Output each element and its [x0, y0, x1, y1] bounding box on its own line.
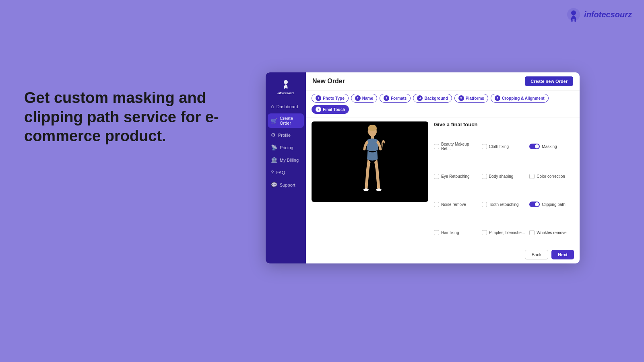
sidebar-item-billing[interactable]: 🏦 My Billing [268, 154, 304, 165]
noise-remove-label: Noise remove [441, 202, 466, 207]
cloth-fixing-label: Cloth fixing [489, 144, 509, 149]
step-5[interactable]: 5 Platforms [454, 94, 488, 103]
color-correction-checkbox[interactable] [529, 174, 535, 179]
sidebar-item-create-order-label: Create Order [280, 116, 301, 125]
step-7-num: 7 [316, 107, 321, 112]
sidebar-item-support[interactable]: 💬 Support [268, 179, 304, 190]
checkbox-beauty-makeup[interactable]: Beauty Makeup Ret... [434, 132, 479, 162]
step-4[interactable]: 4 Background [413, 94, 452, 103]
checkbox-tooth-retouching[interactable]: Tooth retouching [482, 191, 526, 218]
sidebar-item-faq-label: FAQ [276, 170, 285, 175]
beauty-makeup-label: Beauty Makeup Ret... [441, 142, 479, 151]
dashboard-icon: ⌂ [271, 103, 274, 109]
step-5-num: 5 [458, 95, 464, 101]
eye-retouching-checkbox[interactable] [434, 174, 439, 179]
step-1[interactable]: 1 Photo Type [312, 94, 349, 103]
step-2[interactable]: 2 Name [351, 94, 377, 103]
image-preview [312, 121, 428, 202]
step-1-num: 1 [316, 95, 321, 101]
masking-label: Masking [542, 144, 557, 149]
right-panel: Give a final touch Beauty Makeup Ret... … [434, 121, 574, 259]
top-logo: infotecsourz [566, 7, 632, 22]
svg-point-8 [287, 88, 288, 90]
checkbox-clipping-path[interactable]: Clipping path [529, 191, 574, 218]
app-header: New Order Create new Order [306, 72, 580, 90]
wrinkles-remove-label: Wrinkles remove [537, 230, 566, 235]
sidebar-logo-text: infotecsourz [277, 92, 294, 95]
eye-retouching-label: Eye Retouching [441, 174, 470, 179]
beauty-makeup-checkbox[interactable] [434, 144, 439, 149]
page-headline: Get custom masking and clipping path ser… [24, 88, 246, 146]
svg-point-6 [284, 80, 288, 84]
final-touch-title: Give a final touch [434, 121, 574, 128]
step-6-num: 6 [495, 95, 500, 101]
profile-icon: ⚙ [271, 132, 276, 138]
main-content: New Order Create new Order 1 Photo Type … [306, 72, 580, 263]
create-order-icon: 🛒 [271, 118, 277, 124]
hair-fixing-checkbox[interactable] [434, 230, 439, 235]
create-new-order-button[interactable]: Create new Order [525, 76, 573, 86]
noise-remove-checkbox[interactable] [434, 202, 439, 207]
body-shaping-label: Body shaping [489, 174, 514, 179]
next-button[interactable]: Next [551, 250, 574, 259]
step-7[interactable]: 7 Final Touch [312, 105, 349, 114]
step-3[interactable]: 3 Formats [380, 94, 411, 103]
step-4-num: 4 [417, 95, 423, 101]
back-button[interactable]: Back [525, 250, 548, 259]
checkbox-wrinkles-remove[interactable]: Wrinkles remove [529, 220, 574, 246]
wrinkles-remove-checkbox[interactable] [529, 230, 535, 235]
sidebar-item-profile[interactable]: ⚙ Profile [268, 130, 304, 140]
checkbox-body-shaping[interactable]: Body shaping [482, 163, 526, 190]
pimples-label: Pimples, blemishe... [489, 230, 525, 235]
checkbox-eye-retouching[interactable]: Eye Retouching [434, 163, 479, 190]
checkbox-noise-remove[interactable]: Noise remove [434, 191, 479, 218]
sidebar-item-create-order[interactable]: 🛒 Create Order [268, 113, 304, 128]
checkbox-masking[interactable]: Masking [529, 132, 574, 162]
step-7-label: Final Touch [323, 107, 345, 112]
sidebar-item-dashboard-label: Dashboard [277, 104, 298, 109]
body-shaping-checkbox[interactable] [482, 174, 487, 179]
sidebar: infotecsourz ⌂ Dashboard 🛒 Create Order … [266, 72, 306, 263]
checkbox-hair-fixing[interactable]: Hair fixing [434, 220, 479, 246]
footer-buttons: Back Next [434, 246, 574, 259]
checkbox-cloth-fixing[interactable]: Cloth fixing [482, 132, 526, 162]
hair-fixing-label: Hair fixing [441, 230, 459, 235]
sidebar-item-faq[interactable]: ? FAQ [268, 167, 304, 178]
svg-point-12 [363, 188, 369, 191]
svg-point-1 [571, 10, 576, 15]
sidebar-logo: infotecsourz [277, 78, 294, 95]
step-6-label: Cropping & Alignment [502, 96, 545, 101]
sidebar-item-profile-label: Profile [278, 133, 291, 138]
support-icon: 💬 [271, 182, 277, 188]
color-correction-label: Color correction [537, 174, 565, 179]
step-6[interactable]: 6 Cropping & Alignment [491, 94, 549, 103]
cloth-fixing-checkbox[interactable] [482, 144, 487, 149]
tooth-retouching-label: Tooth retouching [489, 202, 519, 207]
pricing-icon: 📡 [271, 144, 277, 150]
logo-text: infotecsourz [584, 10, 632, 19]
sidebar-item-pricing-label: Pricing [280, 145, 293, 150]
tooth-retouching-checkbox[interactable] [482, 202, 487, 207]
step-5-label: Platforms [466, 96, 484, 101]
sidebar-item-pricing[interactable]: 📡 Pricing [268, 142, 304, 153]
sidebar-item-support-label: Support [280, 183, 295, 187]
app-window: infotecsourz ⌂ Dashboard 🛒 Create Order … [266, 72, 580, 263]
step-2-num: 2 [355, 95, 361, 101]
billing-icon: 🏦 [271, 157, 277, 163]
checkbox-pimples[interactable]: Pimples, blemishe... [482, 220, 526, 246]
clipping-path-label: Clipping path [542, 202, 565, 207]
step-2-label: Name [362, 96, 373, 101]
page-title: New Order [312, 78, 345, 85]
checkboxes-grid: Beauty Makeup Ret... Cloth fixing Maskin… [434, 132, 574, 246]
faq-icon: ? [271, 169, 274, 175]
pimples-checkbox[interactable] [482, 230, 487, 235]
step-3-num: 3 [384, 95, 389, 101]
clipping-path-toggle[interactable] [529, 202, 540, 207]
masking-toggle[interactable] [529, 144, 540, 149]
svg-point-7 [284, 88, 285, 90]
checkbox-color-correction[interactable]: Color correction [529, 163, 574, 190]
app-body: Give a final touch Beauty Makeup Ret... … [306, 117, 580, 263]
step-1-label: Photo Type [323, 96, 345, 101]
svg-point-13 [376, 188, 382, 191]
sidebar-item-dashboard[interactable]: ⌂ Dashboard [268, 101, 304, 112]
